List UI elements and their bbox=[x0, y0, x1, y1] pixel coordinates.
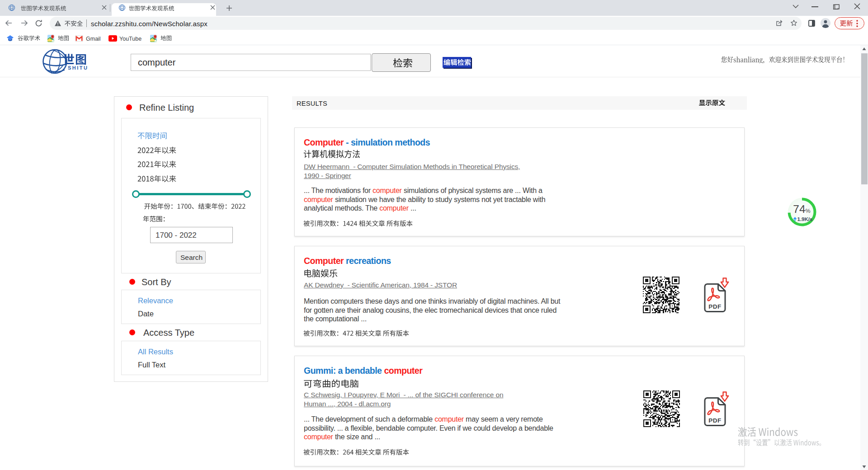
svg-text:PDF: PDF bbox=[708, 417, 722, 424]
svg-text:PDF: PDF bbox=[708, 303, 722, 310]
svg-text:74: 74 bbox=[793, 203, 805, 215]
svg-text:%: % bbox=[806, 208, 811, 214]
svg-text:1.9K/s: 1.9K/s bbox=[797, 216, 813, 222]
